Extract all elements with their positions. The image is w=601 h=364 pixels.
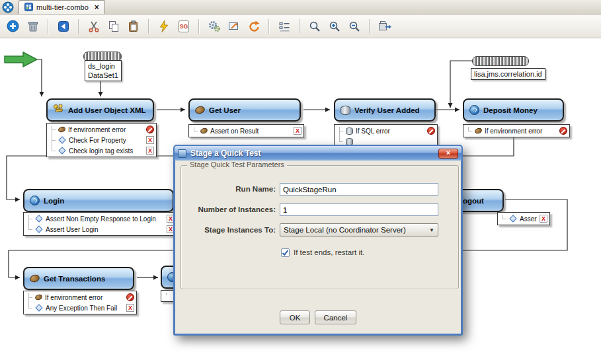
diamond-icon [35,304,42,311]
node-verify-user-added[interactable]: Verify User Added [334,98,436,122]
dialog-close-button[interactable] [438,149,458,159]
dataset-coil-jms-correlation[interactable] [472,56,529,66]
copy-button[interactable] [104,17,122,35]
stage-quick-test-dialog: Stage a Quick Test Stage Quick Test Para… [173,145,463,336]
node-item[interactable]: If environment error [463,126,569,136]
dataset-label: ds_login DataSet1 [85,60,122,81]
webservice-icon [30,196,40,205]
tab-multi-tier-combo[interactable]: multi-tier-combo [19,0,105,14]
node-items: Assert on Result [188,124,304,137]
toolbar-separator [48,19,48,34]
item-label: If environment error [485,127,557,135]
node-get-transactions[interactable]: Get Transactions [23,267,134,290]
tab-bar: multi-tier-combo [0,0,601,15]
node-item[interactable]: If environment error [24,292,136,303]
node-deposit-money[interactable]: Deposit Money [463,98,564,122]
num-instances-input[interactable] [280,203,438,216]
no-entry-icon [146,126,154,133]
export-button[interactable] [376,17,393,35]
fail-icon [146,136,154,144]
zoom-in-button[interactable] [325,17,343,35]
fail-icon [540,215,547,223]
node-add-user-object-xml[interactable]: Add User Object XML [46,98,154,122]
ok-button[interactable]: OK [280,310,310,324]
paste-button[interactable] [124,17,142,35]
node-item[interactable]: Check For Property [47,135,156,145]
cancel-button[interactable]: Cancel [315,310,356,324]
database-icon [346,138,353,145]
properties-button[interactable] [275,17,293,35]
settings-gears-button[interactable] [205,17,223,35]
fail-icon [146,147,154,155]
dataset-label: lisa.jms.correlation.id [471,68,545,80]
refresh-button[interactable] [245,17,262,35]
node-item[interactable]: If environment error [47,124,156,135]
new-button[interactable] [4,17,22,35]
item-label: Check login tag exists [69,147,143,155]
dataset-label-line: DataSet1 [88,71,118,80]
back-button[interactable] [54,17,72,35]
item-label: If environment error [45,294,124,301]
webservice-icon [469,105,479,115]
toolbar-separator [198,19,199,34]
main-toolbar: SG [0,15,601,38]
node-item[interactable]: Check login tag exists [47,145,156,156]
num-instances-label: Number of Instances: [175,203,276,216]
node-item[interactable]: Any Exception Then Fail [24,303,136,313]
no-entry-icon [126,293,134,301]
item-label: If SQL error [356,127,424,135]
node-item[interactable]: Assert User Login [24,224,177,235]
bean-icon [194,105,206,115]
bean-icon [34,293,43,301]
delete-button[interactable] [24,17,42,35]
node-item[interactable]: Assert on Result [189,126,303,136]
bean-icon [200,127,208,134]
node-item[interactable]: Assert42 [498,213,549,224]
toolbar-separator [369,19,370,34]
start-arrow-icon [4,52,38,70]
node-get-user[interactable]: Get User [188,98,301,122]
item-label: Assert User Login [46,226,164,233]
tab-close-icon[interactable] [95,3,99,11]
chevron-down-icon [429,227,434,233]
tab-title: multi-tier-combo [36,3,89,11]
zoom-button[interactable] [305,17,323,35]
dataset-label-line: lisa.jms.correlation.id [474,69,542,79]
node-items: If environment error Check For Property … [46,123,157,157]
dialog-title-bar[interactable]: Stage a Quick Test [175,146,461,161]
fail-icon [126,304,134,312]
model-canvas[interactable]: ds_login DataSet1 lisa.jms.correlation.i… [0,38,601,364]
monitor-button[interactable] [225,17,243,35]
node-items: If environment error [463,124,570,137]
diamond-icon [58,147,65,154]
diamond-icon [509,215,516,222]
node-title: Verify User Added [354,106,420,114]
sg-icon-label: SG [179,23,188,30]
keys-icon [53,104,64,116]
stage-quick-test-button[interactable]: SG [175,17,192,35]
item-label: If environment error [68,126,143,133]
run-lightning-button[interactable] [155,17,173,35]
zoom-out-button[interactable] [345,17,363,35]
application-window: multi-tier-combo SG [0,0,601,364]
dialog-icon [178,149,186,158]
node-title: Get Transactions [44,275,105,283]
node-item[interactable]: Assert Non Empty Response to Login [24,213,177,224]
bean-icon [58,126,66,133]
app-logo-icon [2,1,14,13]
run-name-label: Run Name: [175,183,276,196]
stage-to-dropdown[interactable]: Stage Local (no Coordinator Server) [280,223,438,237]
run-name-input[interactable] [280,183,438,196]
restart-checkbox[interactable] [281,248,290,257]
diamond-icon [58,136,65,143]
node-title: Add User Object XML [68,106,146,114]
restart-checkbox-label: If test ends, restart it. [294,248,364,258]
bean-icon [474,127,483,134]
bean-icon [29,273,41,283]
item-label: Check For Property [69,137,143,144]
node-title: Deposit Money [483,106,538,114]
database-icon [341,106,350,115]
cut-button[interactable] [85,17,102,35]
node-item[interactable]: If SQL error [335,126,437,136]
node-login[interactable]: Login [23,189,174,212]
